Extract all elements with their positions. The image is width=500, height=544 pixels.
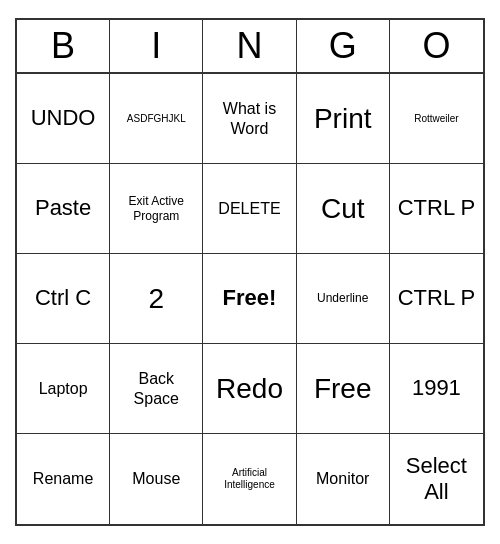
bingo-cell-2[interactable]: What is Word <box>203 74 296 164</box>
bingo-cell-10[interactable]: Ctrl C <box>17 254 110 344</box>
bingo-cell-3[interactable]: Print <box>297 74 390 164</box>
bingo-cell-text-12: Free! <box>223 285 277 311</box>
bingo-cell-0[interactable]: UNDO <box>17 74 110 164</box>
bingo-cell-14[interactable]: CTRL P <box>390 254 483 344</box>
bingo-cell-text-16: Back Space <box>114 369 198 407</box>
bingo-cell-20[interactable]: Rename <box>17 434 110 524</box>
bingo-cell-7[interactable]: DELETE <box>203 164 296 254</box>
bingo-grid: UNDOASDFGHJKLWhat is WordPrintRottweiler… <box>17 74 483 524</box>
bingo-cell-text-5: Paste <box>35 195 91 221</box>
bingo-cell-4[interactable]: Rottweiler <box>390 74 483 164</box>
bingo-cell-21[interactable]: Mouse <box>110 434 203 524</box>
bingo-cell-text-8: Cut <box>321 192 365 226</box>
bingo-header: BINGO <box>17 20 483 74</box>
bingo-cell-text-9: CTRL P <box>398 195 475 221</box>
header-letter-O: O <box>390 20 483 72</box>
header-letter-G: G <box>297 20 390 72</box>
bingo-cell-18[interactable]: Free <box>297 344 390 434</box>
bingo-cell-22[interactable]: Artificial Intelligence <box>203 434 296 524</box>
bingo-cell-text-7: DELETE <box>218 199 280 218</box>
bingo-cell-text-4: Rottweiler <box>414 113 458 125</box>
bingo-cell-6[interactable]: Exit Active Program <box>110 164 203 254</box>
bingo-cell-19[interactable]: 1991 <box>390 344 483 434</box>
bingo-cell-text-20: Rename <box>33 469 93 488</box>
bingo-cell-8[interactable]: Cut <box>297 164 390 254</box>
bingo-cell-17[interactable]: Redo <box>203 344 296 434</box>
bingo-cell-text-15: Laptop <box>39 379 88 398</box>
bingo-cell-text-2: What is Word <box>207 99 291 137</box>
bingo-cell-text-0: UNDO <box>31 105 96 131</box>
bingo-cell-text-13: Underline <box>317 291 368 305</box>
bingo-cell-9[interactable]: CTRL P <box>390 164 483 254</box>
bingo-cell-text-19: 1991 <box>412 375 461 401</box>
bingo-card: BINGO UNDOASDFGHJKLWhat is WordPrintRott… <box>15 18 485 526</box>
bingo-cell-12[interactable]: Free! <box>203 254 296 344</box>
bingo-cell-text-22: Artificial Intelligence <box>207 467 291 491</box>
bingo-cell-text-23: Monitor <box>316 469 369 488</box>
bingo-cell-15[interactable]: Laptop <box>17 344 110 434</box>
bingo-cell-24[interactable]: Select All <box>390 434 483 524</box>
header-letter-I: I <box>110 20 203 72</box>
bingo-cell-5[interactable]: Paste <box>17 164 110 254</box>
bingo-cell-text-17: Redo <box>216 372 283 406</box>
bingo-cell-text-10: Ctrl C <box>35 285 91 311</box>
bingo-cell-text-21: Mouse <box>132 469 180 488</box>
header-letter-N: N <box>203 20 296 72</box>
bingo-cell-13[interactable]: Underline <box>297 254 390 344</box>
bingo-cell-16[interactable]: Back Space <box>110 344 203 434</box>
bingo-cell-text-1: ASDFGHJKL <box>127 113 186 125</box>
bingo-cell-text-11: 2 <box>149 282 165 316</box>
bingo-cell-11[interactable]: 2 <box>110 254 203 344</box>
bingo-cell-text-6: Exit Active Program <box>114 194 198 223</box>
bingo-cell-text-3: Print <box>314 102 372 136</box>
bingo-cell-text-18: Free <box>314 372 372 406</box>
bingo-cell-text-24: Select All <box>394 453 479 506</box>
bingo-cell-text-14: CTRL P <box>398 285 475 311</box>
header-letter-B: B <box>17 20 110 72</box>
bingo-cell-23[interactable]: Monitor <box>297 434 390 524</box>
bingo-cell-1[interactable]: ASDFGHJKL <box>110 74 203 164</box>
